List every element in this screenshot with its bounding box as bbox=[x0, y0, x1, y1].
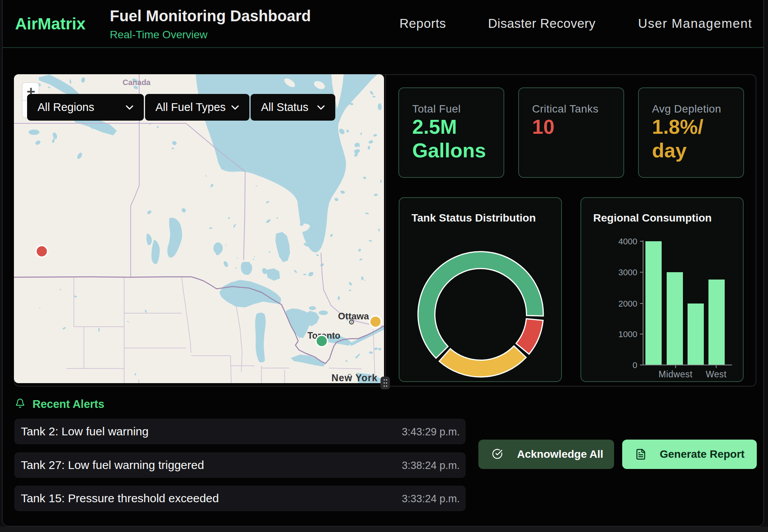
svg-text:Canada: Canada bbox=[123, 78, 151, 87]
svg-text:West: West bbox=[706, 369, 727, 379]
svg-text:3000: 3000 bbox=[618, 268, 637, 277]
svg-text:2000: 2000 bbox=[618, 299, 637, 309]
svg-text:Midwest: Midwest bbox=[659, 369, 693, 379]
svg-text:New York: New York bbox=[331, 372, 378, 383]
svg-text:0: 0 bbox=[633, 360, 637, 370]
svg-text:Ottawa: Ottawa bbox=[338, 311, 369, 321]
svg-text:1000: 1000 bbox=[618, 329, 637, 339]
svg-text:4000: 4000 bbox=[618, 237, 637, 246]
